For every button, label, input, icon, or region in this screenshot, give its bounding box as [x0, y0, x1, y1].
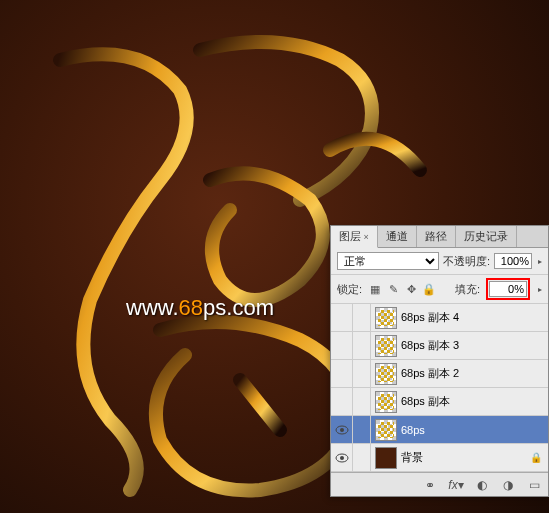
layer-thumbnail[interactable] [375, 363, 397, 385]
layer-row[interactable]: 68ps [331, 416, 548, 444]
tab-layers[interactable]: 图层 [331, 226, 378, 248]
fill-label: 填充: [455, 282, 480, 297]
blend-mode-select[interactable]: 正常 [337, 252, 439, 270]
layer-row[interactable]: 68ps 副本 [331, 388, 548, 416]
tab-paths[interactable]: 路径 [417, 226, 456, 247]
eye-icon [335, 453, 349, 463]
fill-highlight-box [486, 278, 530, 300]
fill-dropdown-icon[interactable]: ▸ [538, 285, 542, 294]
watermark-suffix: ps.com [203, 295, 274, 320]
layer-thumbnail[interactable] [375, 419, 397, 441]
fill-input[interactable] [489, 281, 527, 297]
layer-name-label[interactable]: 68ps 副本 4 [401, 310, 548, 325]
layer-thumbnail[interactable] [375, 335, 397, 357]
layer-group-icon[interactable]: ▭ [526, 477, 542, 493]
eye-icon [335, 425, 349, 435]
opacity-label: 不透明度: [443, 254, 490, 269]
layers-list: 68ps 副本 468ps 副本 368ps 副本 268ps 副本68ps背景… [331, 304, 548, 472]
link-column [353, 416, 371, 444]
layer-row[interactable]: 68ps 副本 3 [331, 332, 548, 360]
lock-fill-row: 锁定: ▦ ✎ ✥ 🔒 填充: ▸ [331, 275, 548, 304]
link-layers-icon[interactable]: ⚭ [422, 477, 438, 493]
lock-transparency-icon[interactable]: ▦ [368, 282, 382, 296]
lock-position-icon[interactable]: ✥ [404, 282, 418, 296]
layer-name-label[interactable]: 背景 [401, 450, 530, 465]
svg-point-3 [340, 456, 344, 460]
visibility-toggle[interactable] [331, 388, 353, 416]
adjustment-layer-icon[interactable]: ◑ [500, 477, 516, 493]
lock-label: 锁定: [337, 282, 362, 297]
lock-paint-icon[interactable]: ✎ [386, 282, 400, 296]
lock-icons: ▦ ✎ ✥ 🔒 [368, 282, 436, 296]
watermark: www.68ps.com [126, 295, 274, 321]
link-column [353, 388, 371, 416]
visibility-toggle[interactable] [331, 444, 353, 472]
layer-name-label[interactable]: 68ps 副本 3 [401, 338, 548, 353]
tab-channels[interactable]: 通道 [378, 226, 417, 247]
link-column [353, 332, 371, 360]
layer-row[interactable]: 68ps 副本 2 [331, 360, 548, 388]
link-column [353, 304, 371, 332]
lock-icon: 🔒 [530, 452, 542, 463]
layer-row[interactable]: 68ps 副本 4 [331, 304, 548, 332]
link-column [353, 444, 371, 472]
layer-mask-icon[interactable]: ◐ [474, 477, 490, 493]
visibility-toggle[interactable] [331, 304, 353, 332]
opacity-input[interactable] [494, 253, 532, 269]
opacity-dropdown-icon[interactable]: ▸ [538, 257, 542, 266]
layers-panel: 图层 通道 路径 历史记录 正常 不透明度: ▸ 锁定: ▦ ✎ ✥ 🔒 填充:… [330, 225, 549, 497]
layer-name-label[interactable]: 68ps 副本 [401, 394, 548, 409]
layer-thumbnail[interactable] [375, 447, 397, 469]
link-column [353, 360, 371, 388]
blend-opacity-row: 正常 不透明度: ▸ [331, 248, 548, 275]
layer-name-label[interactable]: 68ps 副本 2 [401, 366, 548, 381]
layer-name-label[interactable]: 68ps [401, 424, 548, 436]
watermark-highlight: 68 [179, 295, 203, 320]
visibility-toggle[interactable] [331, 332, 353, 360]
layer-row[interactable]: 背景🔒 [331, 444, 548, 472]
layer-fx-icon[interactable]: fx▾ [448, 477, 464, 493]
visibility-toggle[interactable] [331, 360, 353, 388]
watermark-prefix: www. [126, 295, 179, 320]
layer-thumbnail[interactable] [375, 307, 397, 329]
tab-history[interactable]: 历史记录 [456, 226, 517, 247]
layer-thumbnail[interactable] [375, 391, 397, 413]
lock-all-icon[interactable]: 🔒 [422, 282, 436, 296]
svg-point-1 [340, 428, 344, 432]
panel-footer: ⚭ fx▾ ◐ ◑ ▭ [331, 472, 548, 496]
panel-tabs: 图层 通道 路径 历史记录 [331, 226, 548, 248]
visibility-toggle[interactable] [331, 416, 353, 444]
